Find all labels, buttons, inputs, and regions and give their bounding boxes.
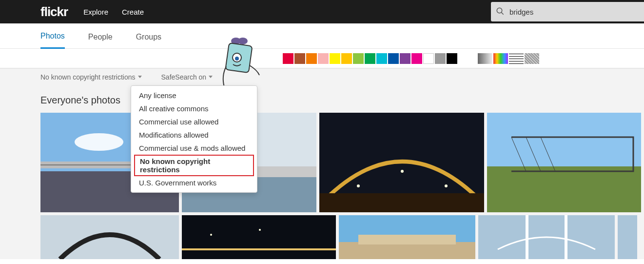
license-option[interactable]: All creative commons: [131, 102, 257, 115]
tab-photos[interactable]: Photos: [40, 25, 65, 49]
color-swatch[interactable]: [294, 53, 305, 64]
color-swatch[interactable]: [330, 53, 340, 64]
svg-point-3: [238, 38, 248, 44]
svg-line-1: [501, 12, 504, 15]
svg-rect-37: [618, 215, 637, 259]
svg-rect-32: [339, 242, 475, 259]
svg-rect-21: [487, 113, 641, 166]
svg-rect-27: [182, 215, 336, 259]
photo-thumb[interactable]: [182, 215, 336, 259]
svg-point-20: [445, 184, 448, 187]
color-swatch[interactable]: [400, 53, 410, 64]
svg-point-0: [497, 8, 502, 13]
color-filter-bar: [0, 49, 644, 68]
color-swatch[interactable]: [388, 53, 399, 64]
top-nav-bar: flickr Explore Create: [0, 0, 644, 23]
license-filter-label: No known copyright restrictions: [40, 73, 136, 81]
svg-point-30: [259, 229, 261, 231]
license-filter[interactable]: No known copyright restrictions: [40, 73, 142, 81]
color-swatch[interactable]: [376, 53, 387, 64]
license-dropdown: Any license All creative commons Commerc…: [131, 85, 257, 193]
svg-point-18: [357, 184, 360, 187]
license-option[interactable]: Commercial use allowed: [131, 115, 257, 128]
color-swatch[interactable]: [435, 53, 446, 64]
color-swatch[interactable]: [318, 53, 329, 64]
photo-thumb[interactable]: [478, 215, 615, 259]
nav-explore[interactable]: Explore: [83, 8, 108, 16]
color-swatch[interactable]: [447, 53, 457, 64]
svg-point-6: [235, 57, 239, 61]
safesearch-filter-label: SafeSearch on: [161, 73, 207, 81]
svg-point-29: [210, 234, 212, 236]
mascot-character: [217, 37, 261, 91]
license-option[interactable]: Modifications allowed: [131, 128, 257, 142]
color-swatch[interactable]: [353, 53, 364, 64]
color-swatch[interactable]: [306, 53, 317, 64]
pattern-rainbow[interactable]: [493, 53, 508, 64]
pattern-swatches: [478, 53, 540, 64]
search-box[interactable]: [491, 2, 644, 21]
color-swatch[interactable]: [423, 53, 434, 64]
license-option[interactable]: Any license: [131, 89, 257, 102]
caret-down-icon: [138, 76, 142, 78]
tab-people[interactable]: People: [88, 26, 113, 48]
nav-create[interactable]: Create: [122, 8, 144, 16]
photo-thumb[interactable]: [618, 215, 637, 259]
color-swatch[interactable]: [411, 53, 422, 64]
photo-thumb[interactable]: [487, 113, 641, 212]
filter-bar: No known copyright restrictions SafeSear…: [0, 68, 644, 85]
svg-rect-17: [319, 193, 484, 212]
tab-bar: Photos People Groups: [0, 23, 644, 49]
pattern-grid[interactable]: [509, 53, 524, 64]
tab-groups[interactable]: Groups: [136, 26, 161, 48]
color-swatch[interactable]: [283, 53, 293, 64]
license-option-selected[interactable]: No known copyright restrictions: [134, 155, 254, 176]
pattern-gradient[interactable]: [478, 53, 492, 64]
photo-thumb[interactable]: [339, 215, 475, 259]
flickr-logo[interactable]: flickr: [40, 4, 68, 20]
safesearch-filter[interactable]: SafeSearch on: [161, 73, 213, 81]
color-swatch[interactable]: [341, 53, 352, 64]
search-input[interactable]: [505, 8, 644, 16]
svg-rect-33: [358, 235, 456, 244]
content-area: Everyone's photos: [0, 85, 644, 259]
svg-rect-22: [487, 166, 641, 212]
svg-point-8: [75, 133, 123, 151]
search-icon: [496, 7, 505, 17]
photo-thumb[interactable]: [40, 215, 179, 259]
color-swatch[interactable]: [365, 53, 375, 64]
license-option[interactable]: Commercial use & mods allowed: [131, 142, 257, 155]
svg-point-19: [401, 170, 404, 173]
license-option[interactable]: U.S. Government works: [131, 176, 257, 189]
pattern-noise[interactable]: [525, 53, 539, 64]
caret-down-icon: [209, 76, 213, 78]
photo-thumb[interactable]: [319, 113, 484, 212]
